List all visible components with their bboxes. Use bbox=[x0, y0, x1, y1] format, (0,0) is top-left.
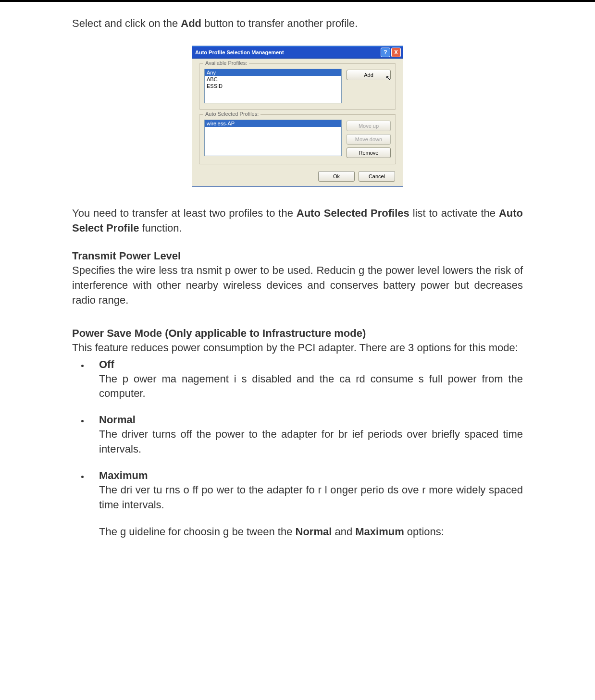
dialog-bottom-buttons: Ok Cancel bbox=[199, 169, 396, 182]
guide-mid: and bbox=[332, 526, 355, 538]
cancel-button[interactable]: Cancel bbox=[359, 171, 395, 182]
ok-button[interactable]: Ok bbox=[318, 171, 355, 182]
auto-selected-profiles-group: Auto Selected Profiles: wireless-AP Move… bbox=[199, 114, 396, 164]
note-b1: Auto Selected Profiles bbox=[297, 207, 409, 219]
option-off: Off The p ower ma nagement i s disabled … bbox=[89, 358, 523, 402]
page-content: Select and click on the Add button to tr… bbox=[0, 16, 595, 571]
intro-add-bold: Add bbox=[181, 17, 201, 29]
available-profiles-label: Available Profiles: bbox=[203, 60, 249, 66]
available-profiles-listbox[interactable]: Any ABC ESSID bbox=[204, 69, 342, 103]
guide-pre: The g uideline for choosin g be tween th… bbox=[99, 526, 296, 538]
option-normal: Normal The driver turns off the power to… bbox=[89, 414, 523, 457]
list-item[interactable]: Any bbox=[205, 69, 341, 76]
auto-selected-listbox[interactable]: wireless-AP bbox=[204, 120, 342, 156]
dialog-screenshot: Auto Profile Selection Management ? X Av… bbox=[72, 46, 523, 187]
dialog-title: Auto Profile Selection Management bbox=[195, 49, 380, 55]
note-pre: You need to transfer at least two profil… bbox=[72, 207, 297, 219]
off-title: Off bbox=[89, 358, 523, 371]
power-save-heading: Power Save Mode (Only applicable to Infr… bbox=[72, 327, 523, 340]
transmit-power-heading: Transmit Power Level bbox=[72, 250, 523, 262]
dialog-body: Available Profiles: Any ABC ESSID Add ↖ bbox=[192, 59, 403, 186]
transfer-note: You need to transfer at least two profil… bbox=[72, 206, 523, 236]
transmit-power-body: Specifies the wire less tra nsmit p ower… bbox=[72, 263, 523, 307]
option-maximum: Maximum The dri ver tu rns o ff po wer t… bbox=[89, 469, 523, 540]
normal-title: Normal bbox=[89, 414, 523, 426]
page-top-rule bbox=[0, 0, 595, 2]
add-button[interactable]: Add ↖ bbox=[347, 70, 391, 80]
help-icon[interactable]: ? bbox=[381, 48, 390, 57]
close-icon[interactable]: X bbox=[391, 48, 401, 57]
auto-selected-profiles-label: Auto Selected Profiles: bbox=[203, 111, 260, 117]
list-item[interactable]: ABC bbox=[205, 76, 341, 83]
guide-b2: Maximum bbox=[355, 526, 404, 538]
max-body: The dri ver tu rns o ff po wer to the ad… bbox=[89, 483, 523, 513]
available-profiles-group: Available Profiles: Any ABC ESSID Add ↖ bbox=[199, 63, 396, 110]
off-body: The p ower ma nagement i s disabled and … bbox=[89, 372, 523, 402]
note-mid: list to activate the bbox=[409, 207, 499, 219]
power-save-intro: This feature reduces power consumption b… bbox=[72, 341, 523, 356]
normal-body: The driver turns off the power to the ad… bbox=[89, 427, 523, 457]
move-up-button[interactable]: Move up bbox=[347, 121, 391, 131]
guide-post: options: bbox=[404, 526, 444, 538]
list-item[interactable]: wireless-AP bbox=[205, 120, 341, 127]
note-post: function. bbox=[139, 222, 182, 234]
cursor-icon: ↖ bbox=[385, 74, 391, 82]
max-title: Maximum bbox=[89, 469, 523, 482]
remove-button[interactable]: Remove bbox=[347, 147, 391, 158]
list-item[interactable]: ESSID bbox=[205, 83, 341, 89]
move-down-button[interactable]: Move down bbox=[347, 134, 391, 145]
guide-b1: Normal bbox=[296, 526, 332, 538]
dialog-titlebar: Auto Profile Selection Management ? X bbox=[192, 46, 403, 59]
auto-profile-dialog: Auto Profile Selection Management ? X Av… bbox=[192, 46, 403, 187]
guideline-line: The g uideline for choosin g be tween th… bbox=[89, 525, 523, 540]
intro-pre: Select and click on the bbox=[72, 17, 181, 29]
intro-paragraph: Select and click on the Add button to tr… bbox=[72, 16, 523, 31]
intro-post: button to transfer another profile. bbox=[201, 17, 358, 29]
power-save-options: Off The p ower ma nagement i s disabled … bbox=[72, 358, 523, 540]
